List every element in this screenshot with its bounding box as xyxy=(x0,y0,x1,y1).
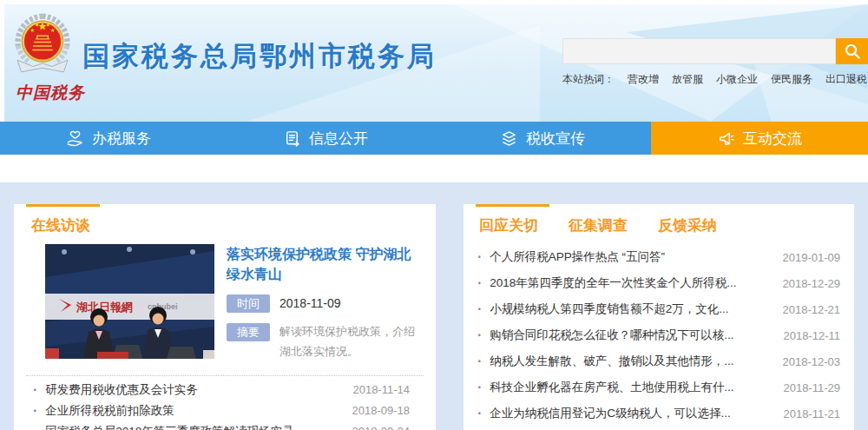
tax-emblem-icon xyxy=(10,13,75,79)
hot-word-link[interactable]: 便民服务 xyxy=(771,72,812,87)
list-item: · 科技企业孵化器在房产税、土地使用税上有什... 2018-11-29 xyxy=(477,374,840,400)
panel-accent-bar xyxy=(26,204,100,207)
bullet-icon: · xyxy=(477,275,482,291)
summary-text: 解读环境保护税政策，介绍湖北落实情况。 xyxy=(279,322,424,362)
main-nav: 办税服务 信息公开 税收宣传 xyxy=(0,122,868,155)
news-date: 2018-11-21 xyxy=(783,407,840,420)
response-tab-row: 回应关切 征集调查 反馈采纳 xyxy=(479,215,854,235)
news-link[interactable]: 购销合同印花税怎么征收？哪种情况下可以核... xyxy=(490,327,773,343)
time-row: 时间 2018-11-09 xyxy=(227,294,424,313)
time-value: 2018-11-09 xyxy=(279,294,341,313)
news-date: 2018-12-29 xyxy=(783,277,841,290)
online-interview-panel: 在线访谈 湖北日報網 cnhubei xyxy=(14,204,436,430)
hot-words-label: 本站热词： xyxy=(562,72,615,87)
page: 中国税务 国家税务总局鄂州市税务局 本站热词： 营改增 放管服 小微企业 便民服… xyxy=(0,0,868,430)
content-area: 在线访谈 湖北日報網 cnhubei xyxy=(0,182,868,430)
bullet-icon: · xyxy=(33,403,37,419)
bullet-icon: · xyxy=(477,301,482,317)
list-item: · 企业为纳税信用登记为C级纳税人，可以选择... 2018-11-21 xyxy=(477,400,840,427)
list-item: · 纳税人发生解散、破产、撤销以及其他情形，... 2018-12-03 xyxy=(477,348,840,374)
featured-interview: 湖北日報網 cnhubei 落实环境 xyxy=(45,244,424,362)
hot-word-link[interactable]: 放管服 xyxy=(672,72,703,87)
hand-heart-icon xyxy=(66,129,84,148)
news-date: 2018-11-29 xyxy=(783,381,840,394)
interview-list: · 研发费用税收优惠及会计实务 2018-11-14 · 企业所得税税前扣除政策… xyxy=(33,380,410,430)
news-link[interactable]: 科技企业孵化器在房产税、土地使用税上有什... xyxy=(490,380,773,395)
list-item: · 购销合同印花税怎么征收？哪种情况下可以核... 2018-12-11 xyxy=(477,322,840,348)
news-date: 2018-09-18 xyxy=(352,404,411,417)
news-date: 2018-12-21 xyxy=(783,303,841,316)
layers-icon xyxy=(500,129,518,148)
panel-title-online-interview[interactable]: 在线访谈 xyxy=(31,215,436,235)
panel-accent-bar xyxy=(476,204,549,207)
bullet-icon: · xyxy=(477,380,482,395)
nav-tab-label: 税收宣传 xyxy=(526,129,585,149)
news-date: 2018-12-03 xyxy=(783,355,841,368)
hot-word-link[interactable]: 营改增 xyxy=(628,72,659,87)
list-item: · 研发费用税收优惠及会计实务 2018-11-14 xyxy=(33,380,410,400)
search-button[interactable] xyxy=(836,38,868,64)
news-link[interactable]: 国家税务总局2018年第三季度政策解读现场实录 xyxy=(45,424,341,430)
search-input[interactable] xyxy=(562,38,836,64)
news-link[interactable]: 纳税人发生解散、破产、撤销以及其他情形，... xyxy=(490,354,772,369)
hot-word-link[interactable]: 小微企业 xyxy=(716,72,758,87)
search-icon xyxy=(843,42,862,61)
bullet-icon: · xyxy=(33,424,37,430)
list-item: · 小规模纳税人第四季度销售额不超2万，文化... 2018-12-21 xyxy=(477,296,840,322)
bullet-icon: · xyxy=(477,354,482,369)
featured-interview-info: 落实环境保护税政策 守护湖北绿水青山 时间 2018-11-09 摘要 解读环境… xyxy=(227,244,424,362)
nav-tab-label: 办税服务 xyxy=(92,129,151,149)
tab-response-concerns[interactable]: 回应关切 xyxy=(479,215,538,235)
bullet-icon: · xyxy=(477,406,482,421)
nav-tab-label: 互动交流 xyxy=(743,129,802,149)
news-link[interactable]: 2018年第四季度的全年一次性奖金个人所得税... xyxy=(490,275,772,291)
news-date: 2018-12-11 xyxy=(783,329,840,342)
nav-tab-info-disclosure[interactable]: 信息公开 xyxy=(217,122,434,155)
time-badge: 时间 xyxy=(227,294,270,313)
response-list: · 个人所得税APP操作热点 “五问答” 2019-01-09 · 2018年第… xyxy=(477,244,840,427)
nav-tab-tax-service[interactable]: 办税服务 xyxy=(0,122,217,155)
response-panel: 回应关切 征集调查 反馈采纳 · 个人所得税APP操作热点 “五问答” 2019… xyxy=(464,204,854,430)
list-item: · 国家税务总局2018年第三季度政策解读现场实录 2018-09-04 xyxy=(33,421,410,430)
bullet-icon: · xyxy=(477,249,482,265)
logo-caption: 中国税务 xyxy=(5,82,95,104)
interview-headline-link[interactable]: 落实环境保护税政策 守护湖北绿水青山 xyxy=(227,244,424,284)
nav-tab-label: 信息公开 xyxy=(309,129,368,149)
summary-badge: 摘要 xyxy=(227,323,270,341)
site-title[interactable]: 国家税务总局鄂州市税务局 xyxy=(82,38,437,75)
news-link[interactable]: 研发费用税收优惠及会计实务 xyxy=(45,382,342,398)
header-spacer xyxy=(0,155,868,182)
bullet-icon: · xyxy=(477,327,482,343)
news-link[interactable]: 企业所得税税前扣除政策 xyxy=(45,403,341,419)
tab-solicit-survey[interactable]: 征集调查 xyxy=(569,215,628,235)
megaphone-icon xyxy=(717,129,735,148)
list-item: · 企业所得税税前扣除政策 2018-09-18 xyxy=(33,400,410,421)
news-date: 2018-11-14 xyxy=(352,383,410,396)
news-link[interactable]: 小规模纳税人第四季度销售额不超2万，文化... xyxy=(490,301,772,317)
nav-tab-tax-publicity[interactable]: 税收宣传 xyxy=(434,122,651,155)
news-link[interactable]: 企业为纳税信用登记为C级纳税人，可以选择... xyxy=(490,406,773,421)
news-link[interactable]: 个人所得税APP操作热点 “五问答” xyxy=(490,249,772,265)
dotted-divider xyxy=(26,375,424,376)
nav-tab-interaction[interactable]: 互动交流 xyxy=(651,122,868,155)
news-date: 2019-01-09 xyxy=(783,251,841,264)
tab-feedback-adoption[interactable]: 反馈采纳 xyxy=(658,215,717,235)
list-item: · 个人所得税APP操作热点 “五问答” 2019-01-09 xyxy=(477,244,840,270)
news-date: 2018-09-04 xyxy=(352,425,411,430)
interview-photo[interactable]: 湖北日報網 cnhubei xyxy=(45,244,214,359)
hot-words-bar: 本站热词： 营改增 放管服 小微企业 便民服务 出口退税 xyxy=(562,72,867,87)
summary-row: 摘要 解读环境保护税政策，介绍湖北落实情况。 xyxy=(227,323,424,362)
document-icon xyxy=(283,129,301,148)
hot-word-link[interactable]: 出口退税 xyxy=(825,72,867,87)
bullet-icon: · xyxy=(33,382,37,398)
site-header: 中国税务 国家税务总局鄂州市税务局 本站热词： 营改增 放管服 小微企业 便民服… xyxy=(0,0,868,122)
list-item: · 2018年第四季度的全年一次性奖金个人所得税... 2018-12-29 xyxy=(477,270,840,296)
